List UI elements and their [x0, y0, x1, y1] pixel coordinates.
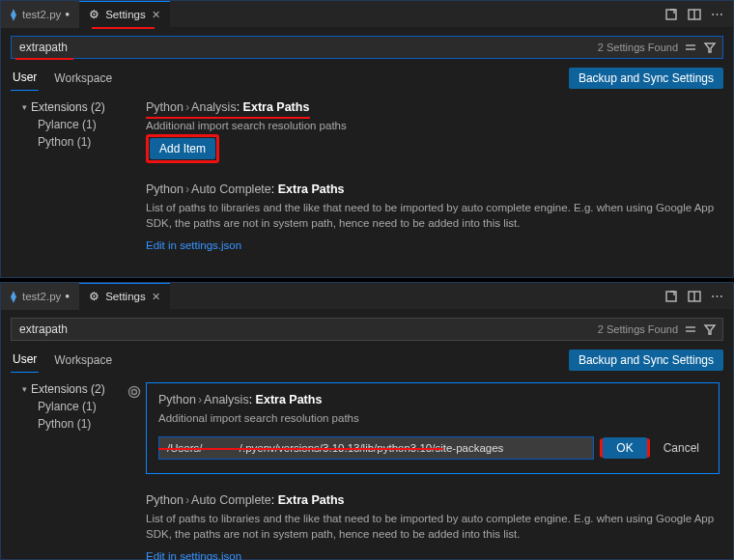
tab-settings[interactable]: ⚙ Settings ✕: [79, 283, 170, 310]
setting-python-autocomplete-extra-paths: Python›Auto Complete: Extra Paths List o…: [146, 493, 720, 560]
svg-point-11: [129, 387, 140, 398]
tab-test2[interactable]: ⧫ test2.py ●: [1, 283, 79, 310]
highlight-box: OK: [600, 438, 649, 458]
tab-label: test2.py: [22, 9, 61, 20]
tab-bar: ⧫ test2.py ● ⚙ Settings ✕ ⋯: [1, 1, 733, 28]
modified-dot-icon: ●: [65, 10, 70, 18]
python-file-icon: ⧫: [11, 8, 16, 21]
tab-settings[interactable]: ⚙ Settings ✕: [79, 1, 170, 28]
search-input[interactable]: [12, 41, 592, 54]
setting-title: Python›Analysis: Extra Paths: [146, 100, 720, 114]
setting-description: Additional import search resolution path…: [158, 410, 707, 427]
open-json-icon[interactable]: [664, 8, 678, 21]
sidebar-item-python[interactable]: Python (1): [22, 135, 146, 149]
python-file-icon: ⧫: [11, 290, 16, 303]
sidebar-item-label: Extensions (2): [31, 382, 105, 396]
scope-user[interactable]: User: [11, 65, 39, 91]
tab-test2[interactable]: ⧫ test2.py ●: [1, 1, 79, 28]
backup-sync-button[interactable]: Backup and Sync Settings: [569, 68, 723, 89]
sidebar-extensions[interactable]: ▾ Extensions (2): [22, 100, 146, 114]
highlight-underline: [92, 27, 155, 29]
edit-in-settings-json-link[interactable]: Edit in settings.json: [146, 239, 241, 251]
tab-bar: ⧫ test2.py ● ⚙ Settings ✕ ⋯: [1, 283, 733, 310]
results-count: 2 Settings Found: [592, 42, 684, 53]
highlight-underline: [146, 117, 310, 119]
scope-row: User Workspace Backup and Sync Settings: [11, 65, 723, 91]
title-actions: ⋯: [664, 289, 733, 303]
filter-funnel-icon[interactable]: [703, 41, 717, 54]
filter-funnel-icon[interactable]: [703, 322, 717, 336]
scope-workspace[interactable]: Workspace: [52, 348, 114, 373]
settings-sidebar: ▾ Extensions (2) Pylance (1) Python (1): [1, 382, 146, 560]
ok-button[interactable]: OK: [603, 437, 646, 459]
setting-description: Additional import search resolution path…: [146, 118, 720, 134]
settings-search[interactable]: 2 Settings Found: [11, 318, 723, 341]
scope-user[interactable]: User: [11, 347, 39, 373]
setting-description: List of paths to libraries and the like …: [146, 200, 720, 232]
highlight-underline: [158, 448, 443, 450]
scope-row: User Workspace Backup and Sync Settings: [11, 347, 723, 373]
filter-list-icon[interactable]: [684, 41, 697, 54]
split-editor-icon[interactable]: [688, 290, 701, 303]
scope-workspace[interactable]: Workspace: [52, 66, 114, 91]
tab-label: test2.py: [22, 291, 61, 302]
tab-label: Settings: [105, 9, 146, 20]
gear-icon[interactable]: [127, 385, 141, 402]
settings-sidebar: ▾ Extensions (2) Pylance (1) Python (1): [1, 100, 146, 271]
highlight-box: Add Item: [146, 134, 219, 163]
settings-content: Python›Analysis: Extra Paths Additional …: [146, 382, 733, 560]
sidebar-item-pylance[interactable]: Pylance (1): [22, 118, 146, 131]
setting-python-analysis-extra-paths: Python›Analysis: Extra Paths Additional …: [146, 382, 720, 474]
split-editor-icon[interactable]: [688, 8, 701, 21]
settings-icon: ⚙: [89, 290, 99, 303]
settings-panel-after: ⧫ test2.py ● ⚙ Settings ✕ ⋯ 2 Settings F…: [0, 282, 734, 560]
setting-title: Python›Auto Complete: Extra Paths: [146, 493, 720, 507]
highlight-underline: [15, 58, 73, 60]
setting-title: Python›Analysis: Extra Paths: [158, 393, 707, 406]
add-item-button[interactable]: Add Item: [150, 138, 215, 159]
open-json-icon[interactable]: [664, 290, 678, 303]
cancel-button[interactable]: Cancel: [656, 441, 707, 455]
more-icon[interactable]: ⋯: [711, 289, 723, 303]
backup-sync-button[interactable]: Backup and Sync Settings: [569, 350, 723, 371]
chevron-down-icon: ▾: [22, 384, 27, 394]
settings-panel-before: ⧫ test2.py ● ⚙ Settings ✕ ⋯ 2 Settings F…: [0, 0, 734, 278]
edit-in-settings-json-link[interactable]: Edit in settings.json: [146, 550, 241, 560]
settings-search[interactable]: 2 Settings Found: [11, 36, 723, 59]
settings-icon: ⚙: [89, 8, 99, 21]
sidebar-item-label: Extensions (2): [31, 100, 105, 114]
more-icon[interactable]: ⋯: [711, 7, 723, 21]
setting-description: List of paths to libraries and the like …: [146, 511, 720, 543]
setting-python-analysis-extra-paths: Python›Analysis: Extra Paths Additional …: [146, 100, 720, 163]
title-actions: ⋯: [664, 7, 733, 21]
setting-title: Python›Auto Complete: Extra Paths: [146, 182, 720, 196]
settings-content: Python›Analysis: Extra Paths Additional …: [146, 100, 733, 271]
filter-list-icon[interactable]: [684, 322, 697, 336]
modified-dot-icon: ●: [65, 292, 70, 300]
sidebar-item-python[interactable]: Python (1): [22, 417, 146, 431]
svg-point-10: [132, 390, 137, 395]
sidebar-item-pylance[interactable]: Pylance (1): [22, 400, 146, 413]
search-input[interactable]: [12, 322, 592, 336]
results-count: 2 Settings Found: [592, 323, 684, 335]
chevron-down-icon: ▾: [22, 102, 27, 112]
tab-label: Settings: [105, 291, 146, 302]
setting-python-autocomplete-extra-paths: Python›Auto Complete: Extra Paths List o…: [146, 182, 720, 252]
close-icon[interactable]: ✕: [152, 9, 160, 21]
close-icon[interactable]: ✕: [152, 291, 160, 303]
